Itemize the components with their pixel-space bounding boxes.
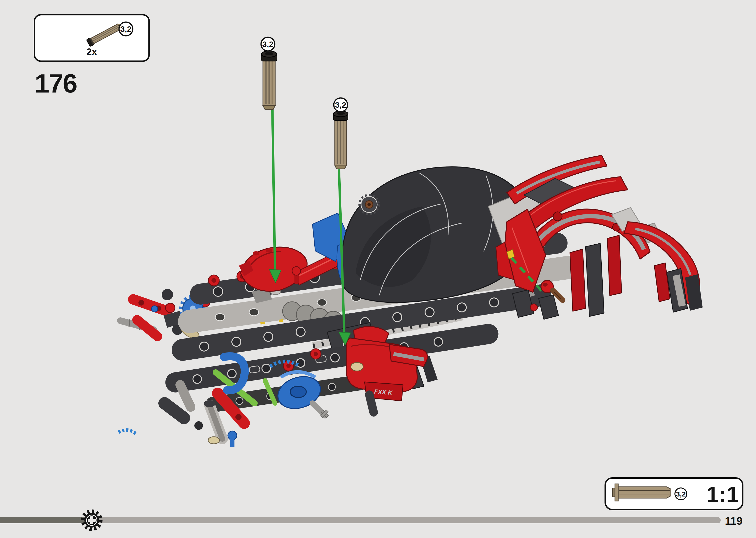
parts-quantity-label: 2x <box>86 46 97 57</box>
scale-ratio-label: 1:1 <box>706 482 739 507</box>
axle2-size-label: 3,2 <box>335 100 346 109</box>
step-number: 176 <box>35 69 77 98</box>
parts-callout-box: 3,2 2x <box>34 15 149 61</box>
servo-badge-text: FXX K <box>374 388 393 396</box>
lego-model-illustration: FXX K <box>118 155 703 447</box>
axle-callout-1: 3,2 <box>261 37 281 283</box>
scale-box: 3,2 1:1 <box>605 478 743 510</box>
floating-axle-1 <box>261 51 277 110</box>
page-number: 119 <box>725 515 742 527</box>
instruction-page: 3,2 2x 176 <box>0 0 756 538</box>
progress-bar <box>0 511 721 529</box>
scale-axle-drawing <box>613 484 671 501</box>
green-arrow-1 <box>272 110 275 270</box>
shock-spring-end <box>208 437 219 444</box>
progress-fill <box>0 517 95 523</box>
page-canvas: 3,2 2x 176 <box>0 0 756 538</box>
servo-dial <box>351 362 363 371</box>
scale-size-label: 3,2 <box>676 490 686 498</box>
parts-size-label: 3,2 <box>120 25 131 33</box>
blue-pin <box>228 431 237 440</box>
floating-axle-2 <box>333 111 348 169</box>
gear-icon <box>83 511 101 529</box>
progress-track <box>0 517 721 523</box>
parts-callout-size-badge: 3,2 <box>119 22 133 36</box>
axle1-size-label: 3,2 <box>262 40 273 49</box>
